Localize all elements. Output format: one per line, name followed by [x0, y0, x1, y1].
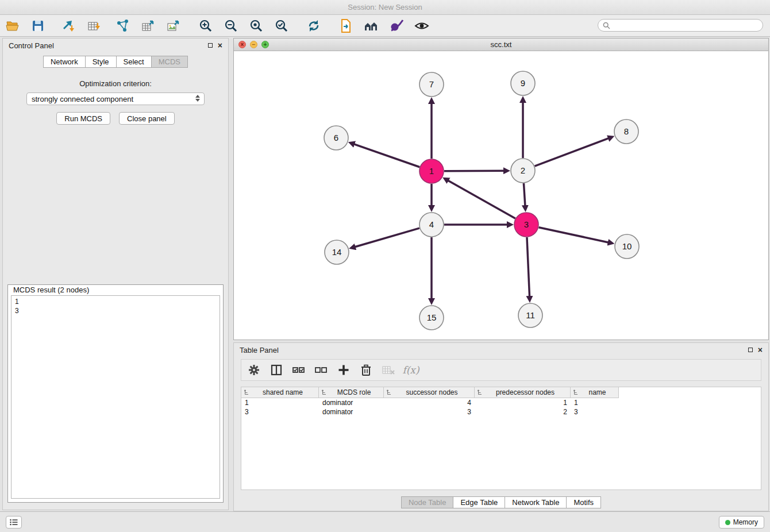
tab-motifs[interactable]: Motifs — [567, 496, 601, 508]
table-row[interactable]: 3 dominator 3 2 3 — [241, 407, 761, 417]
graph-edge[interactable] — [538, 228, 608, 242]
save-session-icon[interactable] — [30, 18, 46, 34]
graph-edge[interactable] — [527, 237, 530, 296]
graph-edge[interactable] — [444, 171, 504, 171]
graph-node[interactable]: 14 — [325, 240, 349, 264]
optimization-label: Optimization criterion: — [3, 79, 228, 88]
graph-node[interactable]: 1 — [419, 159, 444, 183]
graph-node[interactable]: 11 — [518, 303, 542, 327]
clear-table-icon — [382, 363, 395, 377]
style-icon[interactable] — [388, 18, 405, 34]
window-minimize-icon[interactable]: − — [250, 41, 257, 48]
zoom-out-icon[interactable] — [223, 18, 239, 34]
cell-name[interactable]: 1 — [571, 398, 619, 407]
graph-edge[interactable] — [535, 138, 609, 167]
close-panel-icon[interactable]: × — [218, 43, 222, 48]
tab-network[interactable]: Network — [43, 56, 86, 68]
refresh-icon[interactable] — [306, 18, 322, 34]
add-column-icon[interactable] — [337, 363, 351, 377]
window-title: Session: New Session — [348, 3, 422, 11]
show-hide-graphics-icon[interactable] — [414, 18, 430, 34]
table-panel-tabs: Node Table Edge Table Network Table Moti… — [234, 496, 768, 508]
graph-node[interactable]: 7 — [419, 72, 444, 97]
status-bar: Memory — [0, 511, 770, 532]
import-table-icon[interactable] — [86, 18, 102, 34]
layout-icon[interactable] — [363, 18, 379, 34]
open-session-icon[interactable] — [5, 18, 21, 34]
svg-text:7: 7 — [429, 79, 434, 89]
show-columns-icon[interactable] — [270, 363, 283, 377]
zoom-selected-icon[interactable] — [274, 18, 290, 34]
network-canvas[interactable]: 7968124310141511 — [234, 51, 768, 340]
column-header[interactable]: predecessor nodes — [475, 387, 571, 398]
graph-edge[interactable] — [354, 144, 419, 167]
delete-column-icon[interactable] — [359, 363, 373, 377]
graph-node[interactable]: 6 — [324, 126, 348, 150]
cell-name[interactable]: 3 — [571, 407, 619, 417]
graph-node[interactable]: 8 — [614, 119, 638, 144]
node-table: shared name MCDS role successor nodes pr… — [241, 387, 761, 490]
close-table-panel-icon[interactable]: × — [758, 348, 763, 352]
table-panel-title: Table Panel — [240, 346, 279, 354]
sort-icon — [386, 390, 392, 395]
deselect-all-icon[interactable] — [314, 363, 328, 377]
cell-successor-nodes[interactable]: 3 — [384, 407, 475, 417]
export-table-icon[interactable] — [140, 18, 156, 34]
table-panel: Table Panel × f(x) shared — [233, 342, 769, 511]
graph-edge[interactable] — [523, 183, 525, 206]
graph-node[interactable]: 3 — [514, 213, 538, 237]
svg-text:9: 9 — [521, 78, 525, 88]
graph-node[interactable]: 2 — [511, 159, 535, 183]
svg-text:11: 11 — [526, 310, 535, 320]
cell-predecessor-nodes[interactable]: 2 — [475, 407, 571, 417]
column-header[interactable]: MCDS role — [319, 387, 384, 398]
graph-node[interactable]: 9 — [511, 71, 535, 95]
column-header[interactable]: shared name — [241, 387, 319, 398]
graph-edge[interactable] — [448, 180, 515, 218]
cell-shared-name[interactable]: 3 — [241, 407, 319, 417]
zoom-fit-icon[interactable] — [248, 18, 264, 34]
memory-button[interactable]: Memory — [719, 516, 764, 529]
cell-predecessor-nodes[interactable]: 1 — [475, 398, 571, 407]
run-mcds-button[interactable]: Run MCDS — [56, 112, 110, 125]
graph-node[interactable]: 4 — [419, 213, 444, 237]
task-history-button[interactable] — [6, 516, 22, 529]
export-image-icon[interactable] — [165, 18, 182, 34]
tab-style[interactable]: Style — [86, 56, 117, 68]
table-settings-icon[interactable] — [247, 363, 261, 377]
mcds-result-list[interactable]: 1 3 — [11, 295, 220, 499]
tab-select[interactable]: Select — [117, 56, 152, 68]
window-close-icon[interactable]: × — [238, 41, 246, 48]
graph-node[interactable]: 15 — [419, 306, 444, 330]
export-network-icon[interactable] — [115, 18, 131, 34]
tab-mcds[interactable]: MCDS — [152, 56, 188, 68]
tab-network-table[interactable]: Network Table — [505, 496, 567, 508]
first-neighbors-icon[interactable] — [338, 18, 354, 34]
cell-shared-name[interactable]: 1 — [241, 398, 319, 407]
svg-text:10: 10 — [622, 241, 632, 251]
zoom-in-icon[interactable] — [198, 18, 214, 34]
cell-successor-nodes[interactable]: 4 — [384, 398, 475, 407]
table-row[interactable]: 1 dominator 4 1 1 — [241, 398, 761, 407]
memory-status-icon — [725, 520, 730, 525]
tab-edge-table[interactable]: Edge Table — [453, 496, 505, 508]
close-panel-button[interactable]: Close panel — [119, 112, 175, 125]
cell-mcds-role[interactable]: dominator — [319, 398, 384, 407]
network-graph[interactable]: 7968124310141511 — [234, 51, 768, 340]
tab-node-table[interactable]: Node Table — [401, 496, 454, 508]
column-header[interactable]: name — [571, 387, 619, 398]
search-input[interactable] — [613, 21, 758, 29]
toolbar-search[interactable] — [598, 19, 763, 32]
graph-edge[interactable] — [355, 228, 419, 247]
window-zoom-icon[interactable]: + — [261, 41, 269, 48]
column-header[interactable]: successor nodes — [384, 387, 475, 398]
float-panel-icon[interactable] — [208, 43, 213, 48]
graph-node[interactable]: 10 — [615, 234, 639, 259]
svg-text:2: 2 — [521, 165, 525, 175]
cell-mcds-role[interactable]: dominator — [319, 407, 384, 417]
optimization-select[interactable]: strongly connected component — [26, 92, 205, 105]
svg-text:3: 3 — [524, 219, 529, 229]
select-all-icon[interactable] — [292, 363, 306, 377]
import-network-icon[interactable] — [61, 18, 77, 34]
float-table-panel-icon[interactable] — [748, 348, 753, 352]
